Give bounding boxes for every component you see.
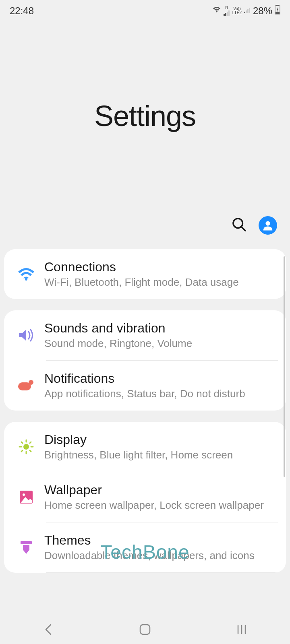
- item-themes[interactable]: Themes Downloadable themes, wallpapers, …: [4, 522, 286, 572]
- themes-icon: [8, 539, 44, 555]
- item-subtitle: Sound mode, Ringtone, Volume: [44, 337, 276, 350]
- svg-point-14: [25, 278, 27, 281]
- page-title: Settings: [94, 99, 196, 132]
- item-subtitle: Brightness, Blue light filter, Home scre…: [44, 449, 276, 461]
- svg-rect-5: [246, 10, 247, 13]
- svg-point-17: [23, 444, 29, 450]
- item-subtitle: Home screen wallpaper, Lock screen wallp…: [44, 499, 276, 512]
- battery-text: 28%: [253, 5, 272, 17]
- svg-point-16: [29, 380, 33, 385]
- item-title: Notifications: [44, 371, 276, 386]
- sim2-indicator: Vo)) LTE2: [232, 7, 242, 15]
- item-title: Display: [44, 432, 276, 447]
- item-subtitle: Wi-Fi, Bluetooth, Flight mode, Data usag…: [44, 276, 276, 289]
- search-button[interactable]: [231, 217, 247, 234]
- svg-line-12: [241, 227, 245, 231]
- item-title: Connections: [44, 260, 276, 275]
- item-subtitle: App notifications, Status bar, Do not di…: [44, 388, 276, 400]
- svg-rect-4: [244, 12, 245, 13]
- svg-rect-10: [276, 12, 280, 14]
- item-connections[interactable]: Connections Wi-Fi, Bluetooth, Flight mod…: [4, 249, 286, 299]
- sim1-indicator: R: [224, 6, 230, 16]
- wifi-icon: [212, 6, 221, 15]
- item-title: Wallpaper: [44, 483, 276, 497]
- svg-rect-2: [227, 12, 228, 16]
- home-button[interactable]: [137, 621, 153, 638]
- wallpaper-icon: [8, 490, 44, 504]
- battery-icon: [275, 5, 280, 17]
- svg-rect-1: [225, 13, 226, 16]
- status-time: 22:48: [10, 5, 34, 17]
- notifications-icon: [8, 379, 44, 392]
- status-icons: R Vo)) LTE2 28%: [212, 5, 280, 17]
- item-subtitle: Downloadable themes, wallpapers, and ico…: [44, 549, 276, 562]
- svg-line-23: [30, 450, 31, 452]
- item-display[interactable]: Display Brightness, Blue light filter, H…: [4, 422, 286, 472]
- svg-rect-28: [21, 541, 32, 544]
- svg-point-27: [23, 493, 25, 496]
- item-sounds[interactable]: Sounds and vibration Sound mode, Rington…: [4, 310, 286, 360]
- card-display: Display Brightness, Blue light filter, H…: [4, 422, 286, 573]
- settings-list: Connections Wi-Fi, Bluetooth, Flight mod…: [0, 245, 290, 573]
- back-button[interactable]: [40, 621, 56, 638]
- svg-rect-29: [23, 545, 29, 550]
- account-button[interactable]: [259, 216, 277, 235]
- card-connections: Connections Wi-Fi, Bluetooth, Flight mod…: [4, 249, 286, 299]
- speaker-icon: [8, 328, 44, 343]
- wifi-icon: [8, 267, 44, 281]
- header: Settings: [0, 21, 290, 211]
- navigation-bar: [0, 615, 290, 644]
- item-title: Sounds and vibration: [44, 321, 276, 336]
- svg-rect-30: [140, 625, 150, 634]
- item-wallpaper[interactable]: Wallpaper Home screen wallpaper, Lock sc…: [4, 472, 286, 522]
- svg-rect-6: [247, 9, 249, 13]
- action-row: [0, 211, 290, 245]
- svg-line-24: [21, 450, 23, 452]
- item-notifications[interactable]: Notifications App notifications, Status …: [4, 361, 286, 411]
- svg-rect-3: [228, 10, 230, 16]
- card-sounds-notifications: Sounds and vibration Sound mode, Rington…: [4, 310, 286, 411]
- svg-rect-0: [224, 14, 225, 16]
- svg-line-25: [30, 442, 31, 443]
- status-bar: 22:48 R Vo)) LTE2 28%: [0, 0, 290, 21]
- signal-icon: [244, 6, 251, 15]
- scroll-indicator: [284, 256, 285, 477]
- svg-line-22: [21, 442, 23, 443]
- item-title: Themes: [44, 533, 276, 548]
- svg-point-13: [265, 221, 270, 225]
- brightness-icon: [8, 439, 44, 455]
- svg-rect-7: [249, 8, 250, 13]
- recents-button[interactable]: [234, 621, 250, 638]
- divider: [46, 572, 278, 573]
